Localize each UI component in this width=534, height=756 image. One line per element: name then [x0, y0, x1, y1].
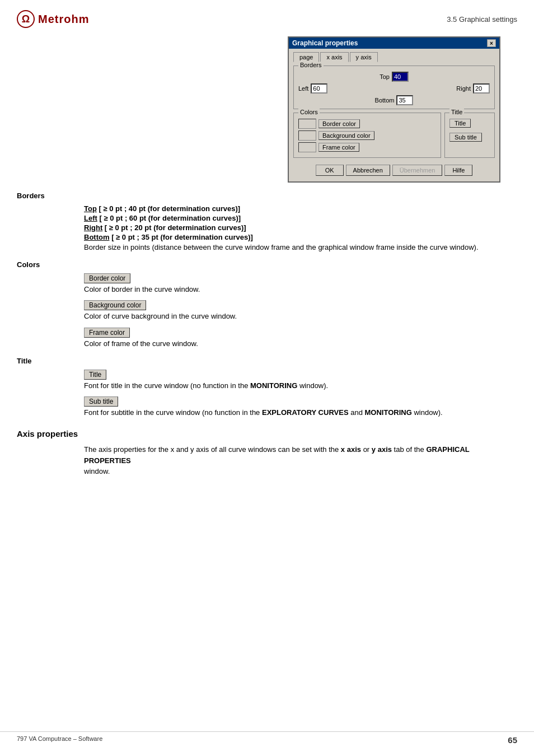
frame-color-desc: Color of frame of the curve window. [84, 339, 517, 349]
graphical-properties-dialog: Graphical properties × page x axis y axi… [288, 36, 500, 183]
top-param-label: Top [84, 204, 97, 213]
left-param-label: Left [84, 214, 97, 222]
ok-button[interactable]: OK [316, 165, 344, 176]
bottom-param-constraint: [ ≥ 0 pt ; 35 pt (for determination curv… [111, 233, 253, 241]
right-label: Right [456, 85, 471, 92]
left-param-constraint: [ ≥ 0 pt ; 60 pt (for determination curv… [99, 214, 241, 222]
colors-block: Border color Color of border in the curv… [84, 273, 517, 349]
borders-group-label: Borders [298, 62, 324, 68]
axis-desc: The axis properties for the x and y axis… [84, 444, 517, 477]
right-param-line: Right [ ≥ 0 pt ; 20 pt (for determinatio… [84, 223, 517, 232]
bottom-label: Bottom [375, 97, 395, 104]
background-color-button[interactable]: Background color [318, 131, 374, 140]
top-label: Top [380, 73, 390, 80]
dialog-body: page x axis y axis Borders Top [289, 49, 499, 181]
dialog-buttons: OK Abbrechen Übernehmen Hilfe [293, 161, 495, 178]
right-param-constraint: [ ≥ 0 pt ; 20 pt (for determination curv… [105, 223, 246, 232]
border-color-swatch [298, 119, 316, 129]
border-color-doc-btn: Border color [84, 273, 130, 283]
bottom-param-desc: Border size in points (distance between … [84, 242, 517, 253]
title-group: Title Title Sub title [444, 113, 495, 158]
omega-icon: Ω [22, 13, 30, 25]
colors-group-label: Colors [298, 109, 320, 115]
axis-section: Axis properties The axis properties for … [17, 429, 517, 477]
cancel-button[interactable]: Abbrechen [346, 165, 390, 176]
apply-button[interactable]: Übernehmen [392, 165, 443, 176]
background-color-doc-btn: Background color [84, 300, 146, 310]
borders-doc-title: Borders [17, 192, 517, 200]
border-color-entry: Border color Color of border in the curv… [84, 273, 517, 295]
subtitle-btn-row: Sub title [449, 133, 490, 142]
right-input[interactable] [473, 83, 490, 94]
subtitle-font-desc: Font for subtitle in the curve window (n… [84, 408, 517, 418]
border-color-row: Border color [298, 119, 436, 129]
border-color-desc: Color of border in the curve window. [84, 284, 517, 295]
right-field: Right [456, 83, 490, 94]
colors-doc-title: Colors [17, 260, 517, 269]
title-block: Title Font for title in the curve window… [84, 370, 517, 418]
dialog-titlebar: Graphical properties × [289, 38, 499, 49]
logo-area: Ω Metrohm [17, 10, 89, 28]
title-doc-title: Title [17, 357, 517, 365]
background-color-swatch [298, 130, 316, 141]
dialog-title: Graphical properties [292, 39, 358, 47]
colors-group: Colors Border color Background color [293, 113, 441, 158]
help-button[interactable]: Hilfe [444, 165, 472, 176]
title-btn-row: Title [449, 119, 490, 128]
doc-content: Borders Top [ ≥ 0 pt ; 40 pt (for determ… [0, 192, 534, 488]
title-group-label: Title [449, 109, 464, 115]
top-field: Top [380, 72, 409, 82]
title-font-desc: Font for title in the curve window (no f… [84, 381, 517, 391]
tab-page[interactable]: page [293, 52, 319, 62]
section-heading: 3.5 Graphical settings [447, 15, 517, 24]
border-color-button[interactable]: Border color [318, 119, 360, 128]
logo-text: Metrohm [38, 13, 89, 26]
bottom-param-line: Bottom [ ≥ 0 pt ; 35 pt (for determinati… [84, 233, 517, 241]
background-color-row: Background color [298, 130, 436, 141]
top-param-constraint: [ ≥ 0 pt ; 40 pt (for determination curv… [99, 204, 240, 213]
title-font-button[interactable]: Title [449, 119, 471, 128]
borders-doc-section: Borders Top [ ≥ 0 pt ; 40 pt (for determ… [17, 192, 517, 253]
title-font-entry: Title Font for title in the curve window… [84, 370, 517, 391]
frame-color-row: Frame color [298, 142, 436, 152]
subtitle-font-entry: Sub title Font for subtitle in the curve… [84, 396, 517, 418]
left-field: Left [298, 83, 327, 94]
frame-color-button[interactable]: Frame color [318, 143, 359, 152]
colors-title-section: Colors Border color Background color [293, 113, 495, 161]
axis-section-title: Axis properties [17, 429, 517, 438]
borders-params: Top [ ≥ 0 pt ; 40 pt (for determination … [84, 204, 517, 253]
dialog-tabs: page x axis y axis [293, 52, 495, 62]
page-header: Ω Metrohm 3.5 Graphical settings [0, 0, 534, 34]
top-input[interactable] [392, 72, 409, 82]
left-param-line: Left [ ≥ 0 pt ; 60 pt (for determination… [84, 214, 517, 222]
background-color-desc: Color of curve background in the curve w… [84, 311, 517, 321]
subtitle-font-button[interactable]: Sub title [449, 133, 482, 142]
page-footer: 797 VA Computrace – Software 65 [0, 731, 534, 745]
title-doc-section: Title Title Font for title in the curve … [17, 357, 517, 418]
frame-color-swatch [298, 142, 316, 152]
tab-yaxis[interactable]: y axis [350, 52, 378, 62]
right-param-label: Right [84, 223, 102, 232]
footer-left: 797 VA Computrace – Software [17, 735, 102, 745]
bottom-field: Bottom [375, 95, 414, 105]
left-label: Left [298, 85, 308, 92]
bottom-input[interactable] [396, 95, 413, 105]
borders-group: Borders Top Left [293, 66, 495, 109]
tab-xaxis[interactable]: x axis [320, 52, 348, 62]
frame-color-doc-btn: Frame color [84, 328, 130, 338]
top-param-line: Top [ ≥ 0 pt ; 40 pt (for determination … [84, 204, 517, 213]
title-font-doc-btn: Title [84, 370, 106, 380]
bottom-param-label: Bottom [84, 233, 110, 241]
left-input[interactable] [311, 83, 327, 94]
frame-color-entry: Frame color Color of frame of the curve … [84, 328, 517, 349]
page-number: 65 [508, 735, 517, 745]
colors-doc-section: Colors Border color Color of border in t… [17, 260, 517, 349]
logo-circle: Ω [17, 10, 35, 28]
background-color-entry: Background color Color of curve backgrou… [84, 300, 517, 321]
subtitle-font-doc-btn: Sub title [84, 396, 118, 407]
dialog-close-button[interactable]: × [487, 39, 496, 47]
